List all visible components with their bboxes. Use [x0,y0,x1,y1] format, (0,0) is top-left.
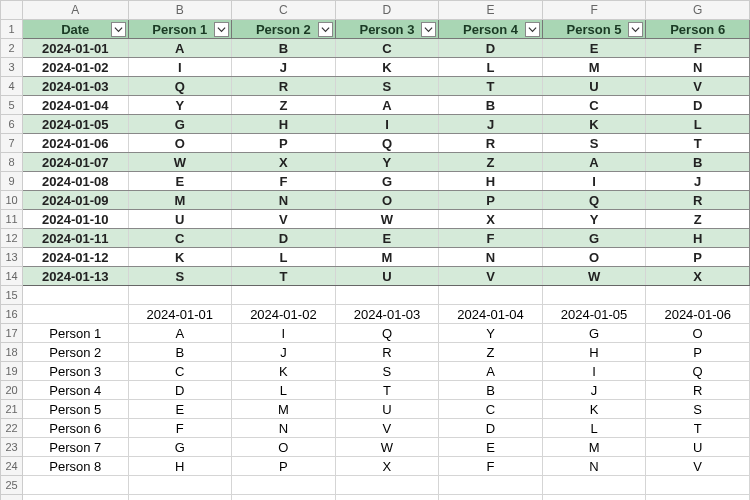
filter-button[interactable] [421,22,436,37]
cell[interactable] [128,286,232,305]
cell[interactable]: Q [646,362,750,381]
cell[interactable]: O [542,248,646,267]
cell[interactable]: 2024-01-04 [439,305,543,324]
row-header[interactable]: 17 [1,324,23,343]
cell[interactable]: K [232,362,336,381]
cell[interactable]: R [232,77,336,96]
row-header[interactable]: 1 [1,20,23,39]
cell[interactable] [542,286,646,305]
cell[interactable]: F [128,419,232,438]
cell[interactable]: 2024-01-10 [23,210,129,229]
cell[interactable]: T [646,419,750,438]
row-header[interactable]: 21 [1,400,23,419]
table-header-cell[interactable]: Person 5 [542,20,646,39]
cell[interactable]: Y [335,153,439,172]
cell[interactable]: Y [128,96,232,115]
cell[interactable] [232,495,336,501]
cell[interactable] [232,286,336,305]
cell[interactable] [335,495,439,501]
cell[interactable]: G [542,229,646,248]
cell[interactable]: J [232,58,336,77]
cell[interactable]: 2024-01-03 [23,77,129,96]
cell[interactable]: P [646,248,750,267]
cell[interactable] [439,286,543,305]
table-header-cell[interactable]: Date [23,20,129,39]
cell[interactable] [439,476,543,495]
cell[interactable]: Q [335,134,439,153]
table-header-cell[interactable]: Person 1 [128,20,232,39]
table-header-cell[interactable]: Person 2 [232,20,336,39]
cell[interactable]: I [128,58,232,77]
cell[interactable]: W [335,210,439,229]
cell[interactable]: I [232,324,336,343]
cell[interactable] [646,286,750,305]
cell[interactable]: B [128,343,232,362]
cell[interactable]: A [128,39,232,58]
col-header-E[interactable]: E [439,1,543,20]
cell[interactable]: Z [439,343,543,362]
cell[interactable]: A [542,153,646,172]
cell[interactable]: 2024-01-09 [23,191,129,210]
cell[interactable]: Person 5 [23,400,129,419]
cell[interactable]: E [439,438,543,457]
cell[interactable]: Person 8 [23,457,129,476]
col-header-C[interactable]: C [232,1,336,20]
cell[interactable]: W [335,438,439,457]
table-header-cell[interactable]: Person 4 [439,20,543,39]
cell[interactable] [23,305,129,324]
cell[interactable]: V [439,267,543,286]
cell[interactable]: Z [439,153,543,172]
cell[interactable]: P [232,134,336,153]
cell[interactable]: Person 6 [23,419,129,438]
cell[interactable]: Person 4 [23,381,129,400]
cell[interactable]: P [646,343,750,362]
cell[interactable]: H [542,343,646,362]
filter-button[interactable] [318,22,333,37]
cell[interactable]: A [439,362,543,381]
row-header[interactable]: 25 [1,476,23,495]
cell[interactable]: 2024-01-06 [23,134,129,153]
cell[interactable]: W [128,153,232,172]
cell[interactable]: E [335,229,439,248]
cell[interactable]: Y [439,324,543,343]
cell[interactable]: 2024-01-05 [23,115,129,134]
filter-button[interactable] [214,22,229,37]
cell[interactable]: I [335,115,439,134]
cell[interactable]: Person 1 [23,324,129,343]
cell[interactable] [646,495,750,501]
row-header[interactable]: 3 [1,58,23,77]
cell[interactable]: T [439,77,543,96]
cell[interactable] [128,495,232,501]
cell[interactable]: C [542,96,646,115]
row-header[interactable]: 23 [1,438,23,457]
cell[interactable]: O [335,191,439,210]
cell[interactable]: U [128,210,232,229]
row-header[interactable]: 18 [1,343,23,362]
col-header-D[interactable]: D [335,1,439,20]
col-header-B[interactable]: B [128,1,232,20]
cell[interactable] [646,476,750,495]
row-header[interactable]: 26 [1,495,23,501]
cell[interactable]: X [335,457,439,476]
cell[interactable] [128,476,232,495]
cell[interactable]: X [646,267,750,286]
row-header[interactable]: 9 [1,172,23,191]
cell[interactable]: I [542,362,646,381]
row-header[interactable]: 12 [1,229,23,248]
cell[interactable]: M [335,248,439,267]
cell[interactable]: M [542,438,646,457]
cell[interactable]: 2024-01-05 [542,305,646,324]
cell[interactable]: N [542,457,646,476]
cell[interactable]: C [128,229,232,248]
cell[interactable]: R [439,134,543,153]
cell[interactable]: 2024-01-02 [232,305,336,324]
cell[interactable]: B [439,96,543,115]
cell[interactable]: B [232,39,336,58]
col-header-A[interactable]: A [23,1,129,20]
cell[interactable]: P [439,191,543,210]
cell[interactable]: H [232,115,336,134]
cell[interactable]: A [128,324,232,343]
cell[interactable]: G [335,172,439,191]
cell[interactable]: L [439,58,543,77]
cell[interactable] [23,476,129,495]
